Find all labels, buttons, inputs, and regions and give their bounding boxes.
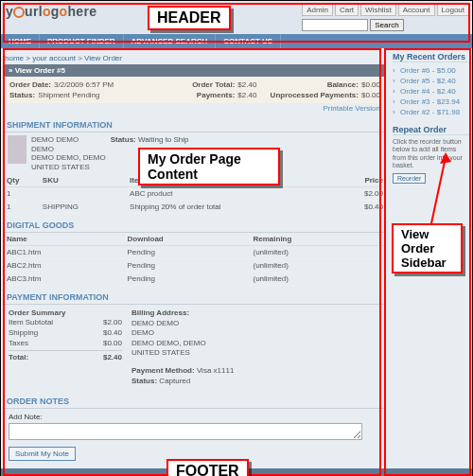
shipment-items-table: QtySKUItemPrice 1ABC product$2.00 1SHIPP… (5, 174, 385, 214)
recent-order-link[interactable]: Order #5 - $2.40 (393, 76, 470, 86)
repeat-order-text: Click the reorder button below to add al… (393, 138, 470, 170)
printable-version-link[interactable]: Printable Version (5, 103, 385, 114)
main-content: home > your account > View Order » View … (1, 48, 389, 468)
order-summary: Order Summary Item Subtotal$2.00 Shippin… (9, 309, 122, 386)
order-notes-heading: ORDER NOTES (5, 393, 385, 409)
billing-address: Billing Address: DEMO DEMODEMODEMO DEMO,… (131, 309, 234, 386)
package-icon (8, 135, 26, 164)
note-textarea[interactable] (9, 423, 362, 440)
footer: s reserved. (1, 468, 473, 476)
logo-icon (13, 7, 25, 18)
recent-order-link[interactable]: Order #4 - $2.40 (393, 86, 470, 97)
admin-link[interactable]: Admin (302, 4, 333, 16)
crumb-view-order: View Order (84, 54, 122, 62)
table-row: 1SHIPPINGShipping 20% of order total$0.4… (5, 201, 385, 214)
recent-order-link[interactable]: Order #6 - $5.00 (393, 65, 470, 76)
recent-order-link[interactable]: Order #3 - $23.94 (393, 97, 470, 107)
repeat-order-heading: Repeat Order (393, 125, 470, 135)
order-title-bar: » View Order #5 (5, 64, 385, 77)
reorder-button[interactable]: Reorder (393, 173, 426, 184)
utility-links: Admin Cart Wishlist Account Logout (302, 4, 469, 16)
recent-order-link[interactable]: Order #2 - $71.98 (393, 107, 470, 117)
account-link[interactable]: Account (398, 4, 435, 16)
nav-contact-us[interactable]: CONTACT US (216, 34, 281, 48)
breadcrumb: home > your account > View Order (5, 52, 385, 64)
digital-goods-heading: DIGITAL GOODS (5, 217, 385, 233)
logout-link[interactable]: Logout (437, 4, 469, 16)
nav-product-finder[interactable]: PRODUCT FINDER (40, 34, 124, 48)
add-note-label: Add Note: (9, 413, 381, 421)
wishlist-link[interactable]: Wishlist (360, 4, 396, 16)
crumb-home[interactable]: home (5, 54, 24, 62)
main-nav: HOME PRODUCT FINDER ADVANCED SEARCH CONT… (1, 34, 473, 48)
header-bar: yurlogohere Admin Cart Wishlist Account … (1, 1, 473, 34)
crumb-account[interactable]: your account (32, 54, 76, 62)
recent-orders-list: Order #6 - $5.00 Order #5 - $2.40 Order … (393, 65, 470, 117)
order-info: Order Date: 3/2/2009 6:57 PM Order Total… (5, 77, 385, 103)
table-row: 1ABC product$2.00 (5, 187, 385, 201)
recent-orders-heading: My Recent Orders (393, 52, 470, 62)
cart-link[interactable]: Cart (335, 4, 359, 16)
shipping-address: DEMO DEMODEMODEMO DEMO, DEMOUNITED STATE… (31, 135, 106, 171)
payment-info-heading: PAYMENT INFORMATION (5, 289, 385, 305)
logo: yurlogohere (6, 4, 96, 19)
table-row: ABC1.htmPending(unlimited) (5, 246, 385, 259)
submit-note-button[interactable]: Submit My Note (9, 447, 76, 461)
sidebar: My Recent Orders Order #6 - $5.00 Order … (389, 48, 473, 468)
search-input[interactable] (302, 19, 368, 31)
table-row: ABC3.htmPending(unlimited) (5, 273, 385, 286)
nav-home[interactable]: HOME (1, 34, 40, 48)
shipment-info-heading: SHIPMENT INFORMATION (5, 116, 385, 132)
digital-goods-table: NameDownloadRemaining ABC1.htmPending(un… (5, 233, 385, 286)
table-row: ABC2.htmPending(unlimited) (5, 259, 385, 273)
search-button[interactable]: Search (370, 19, 403, 31)
nav-advanced-search[interactable]: ADVANCED SEARCH (124, 34, 217, 48)
